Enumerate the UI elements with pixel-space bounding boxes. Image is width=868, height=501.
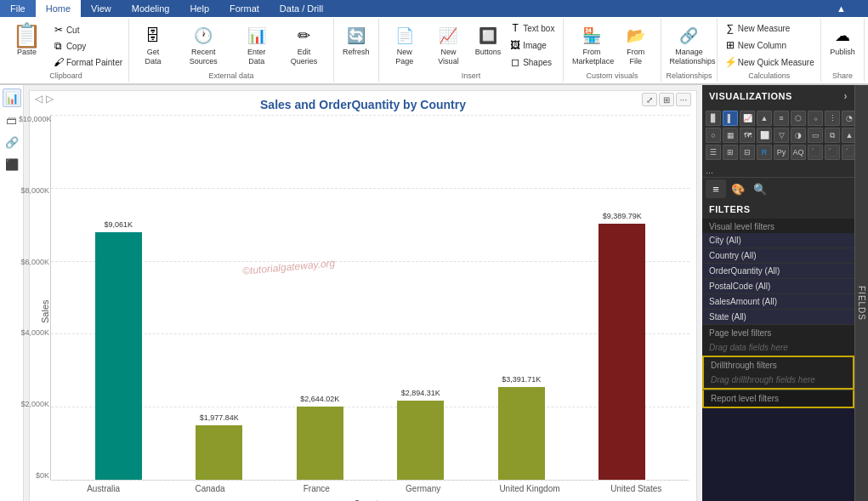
refresh-button[interactable]: 🔄 Refresh xyxy=(338,20,374,60)
viz-icon-aq[interactable]: AQ xyxy=(791,145,806,160)
viz-icon-funnel[interactable]: ▽ xyxy=(774,128,789,143)
viz-icon-ribbon[interactable]: ⬡ xyxy=(791,111,806,126)
viz-icon-waterfall[interactable]: ⬦ xyxy=(808,111,823,126)
viz-icon-area[interactable]: ▲ xyxy=(757,111,772,126)
filter-salesamount[interactable]: SalesAmount (All) xyxy=(702,294,854,310)
bar-4[interactable]: $3,391.71K xyxy=(498,387,545,480)
tab-view[interactable]: View xyxy=(81,0,122,17)
viz-expand-button[interactable]: › xyxy=(844,90,848,102)
new-page-button[interactable]: 📄 New Page xyxy=(384,20,425,70)
paste-button[interactable]: 📋 Paste xyxy=(6,20,48,60)
collapse-btn[interactable]: ▲ xyxy=(837,3,846,14)
tab-format[interactable]: Format xyxy=(219,0,269,17)
back-arrow[interactable]: ◁ xyxy=(35,93,43,105)
new-visual-button[interactable]: 📈 New Visual xyxy=(427,20,470,70)
publish-button[interactable]: ☁ Publish xyxy=(825,20,859,60)
expand-btn[interactable]: ⊞ xyxy=(659,93,674,106)
viz-tab-fields[interactable]: ≡ xyxy=(706,179,726,198)
from-file-button[interactable]: 📂 From File xyxy=(616,20,655,70)
viz-icon-multirow[interactable]: ⧉ xyxy=(825,128,840,143)
new-column-label: New Column xyxy=(738,41,786,50)
viz-icon-scatter[interactable]: ⋮ xyxy=(825,111,840,126)
bar-group-2[interactable]: $2,644.02K xyxy=(297,407,343,480)
edit-queries-button[interactable]: ✏ Edit Queries xyxy=(280,20,328,70)
viz-icon-stacked[interactable]: ≡ xyxy=(774,111,789,126)
viz-icon-kpi[interactable]: ▲ xyxy=(842,128,854,143)
filter-orderquantity[interactable]: OrderQuantity (All) xyxy=(702,264,854,279)
bar-value-label-0: $9,061K xyxy=(95,220,142,229)
buttons-button[interactable]: 🔲 Buttons xyxy=(472,20,504,60)
bar-group-1[interactable]: $1,977.84K xyxy=(196,425,242,480)
cut-button[interactable]: ✂ Cut xyxy=(49,22,126,37)
new-page-label: New Page xyxy=(389,48,421,66)
visualizations-header: VISUALIZATIONS › xyxy=(702,85,854,107)
viz-tab-format[interactable]: 🎨 xyxy=(728,179,748,198)
viz-icon-donut[interactable]: ○ xyxy=(706,128,721,143)
viz-icon-gauge[interactable]: ◑ xyxy=(791,128,806,143)
bar-group-3[interactable]: $2,894.31K xyxy=(397,401,444,480)
manage-relationships-button[interactable]: 🔗 Manage Relationships xyxy=(665,20,712,70)
viz-icon-custom2[interactable]: ⬛ xyxy=(825,145,840,160)
viz-tab-analytics[interactable]: 🔍 xyxy=(750,179,770,198)
sidebar-icon-report[interactable]: 📊 xyxy=(3,88,21,107)
focus-mode-btn[interactable]: ⤢ xyxy=(642,93,657,106)
filter-country[interactable]: Country (All) xyxy=(702,248,854,264)
bar-0[interactable]: $9,061K xyxy=(95,232,142,480)
more-options-btn[interactable]: ··· xyxy=(676,93,691,106)
viz-more-button[interactable]: ... xyxy=(702,163,854,177)
viz-icon-custom1[interactable]: ⬛ xyxy=(808,145,823,160)
viz-icon-table[interactable]: ⊞ xyxy=(723,145,738,160)
bar-2[interactable]: $2,644.02K xyxy=(297,407,343,480)
viz-icon-line[interactable]: 📈 xyxy=(740,111,755,126)
viz-icon-slicer[interactable]: ☰ xyxy=(706,145,721,160)
viz-icon-map[interactable]: 🗺 xyxy=(740,128,755,143)
fields-sidebar[interactable]: FIELDS xyxy=(854,85,868,501)
forward-arrow[interactable]: ▷ xyxy=(46,93,54,105)
viz-icon-filled-map[interactable]: ⬜ xyxy=(757,128,772,143)
viz-icon-bar[interactable]: ▊ xyxy=(706,111,721,126)
tab-help[interactable]: Help xyxy=(179,0,219,17)
x-label-2: France xyxy=(264,484,370,493)
text-box-label: Text box xyxy=(523,24,554,33)
bar-group-4[interactable]: $3,391.71K xyxy=(498,387,545,480)
format-painter-button[interactable]: 🖌 Format Painter xyxy=(49,54,126,70)
new-measure-button[interactable]: ∑ New Measure xyxy=(721,20,818,36)
viz-icon-column[interactable]: ▌ xyxy=(723,111,738,126)
bar-1[interactable]: $1,977.84K xyxy=(196,425,242,480)
viz-icon-r[interactable]: R xyxy=(757,145,772,160)
copy-button[interactable]: ⧉ Copy xyxy=(49,38,126,54)
viz-icon-custom3[interactable]: ⬛ xyxy=(842,145,854,160)
new-column-button[interactable]: ⊞ New Column xyxy=(721,37,818,53)
enter-data-button[interactable]: 📊 Enter Data xyxy=(235,20,279,70)
image-button[interactable]: 🖼 Image xyxy=(506,37,558,53)
tab-modeling[interactable]: Modeling xyxy=(122,0,180,17)
tab-data-drill[interactable]: Data / Drill xyxy=(269,0,333,17)
viz-icon-card[interactable]: ▭ xyxy=(808,128,823,143)
bar-3[interactable]: $2,894.31K xyxy=(397,401,444,480)
tab-home[interactable]: Home xyxy=(36,0,81,17)
visual-level-label: Visual level filters xyxy=(702,219,854,233)
text-box-button[interactable]: T Text box xyxy=(506,20,558,36)
filter-city[interactable]: City (All) xyxy=(702,233,854,248)
bar-5[interactable]: $9,389.79K xyxy=(599,224,645,480)
viz-icon-treemap[interactable]: ▦ xyxy=(723,128,738,143)
viz-icon-pie[interactable]: ◔ xyxy=(842,111,854,126)
bar-group-0[interactable]: $9,061K xyxy=(95,232,142,480)
from-marketplace-button[interactable]: 🏪 From Marketplace xyxy=(569,20,614,70)
filter-state[interactable]: State (All) xyxy=(702,310,854,325)
insert-group-label: Insert xyxy=(462,71,481,80)
sign-in-button[interactable]: Sign in xyxy=(801,3,830,14)
filter-postalcode[interactable]: PostalCode (All) xyxy=(702,279,854,294)
help-button[interactable]: ? xyxy=(848,2,861,15)
get-data-button[interactable]: 🗄 Get Data xyxy=(134,20,172,70)
viz-icon-matrix[interactable]: ⊟ xyxy=(740,145,755,160)
viz-icon-py[interactable]: Py xyxy=(774,145,789,160)
tab-file[interactable]: File xyxy=(0,0,36,17)
buttons-icon: 🔲 xyxy=(476,24,500,48)
recent-sources-button[interactable]: 🕐 Recent Sources xyxy=(173,20,234,70)
bar-group-5[interactable]: $9,389.79K xyxy=(599,224,645,480)
clipboard-items: 📋 Paste ✂ Cut ⧉ Copy 🖌 Format Painter xyxy=(6,20,126,70)
shapes-button[interactable]: ◻ Shapes xyxy=(506,54,558,70)
bar-value-label-1: $1,977.84K xyxy=(196,413,242,422)
new-quick-measure-button[interactable]: ⚡ New Quick Measure xyxy=(721,54,818,70)
